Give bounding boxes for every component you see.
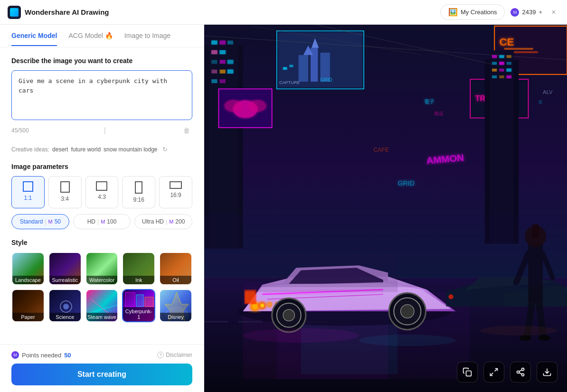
style-section-label: Style bbox=[11, 239, 192, 246]
tabs-bar: Generic Model ACG Model 🔥 Image to Image bbox=[0, 25, 204, 47]
creative-ideas-label: Creative ideas: bbox=[11, 146, 49, 153]
style-steamwave-label: Steam wave bbox=[86, 313, 118, 321]
app-logo-inner bbox=[10, 8, 19, 17]
titlebar-left: Wondershare AI Drawing bbox=[8, 6, 109, 19]
svg-point-119 bbox=[480, 326, 558, 336]
points-display: M 2439 + bbox=[510, 8, 542, 17]
svg-point-28 bbox=[225, 100, 242, 112]
svg-point-117 bbox=[243, 328, 359, 343]
svg-rect-59 bbox=[499, 75, 504, 78]
style-cyberpunk-label: Cyberpunk-1 bbox=[123, 307, 154, 321]
quality-standard[interactable]: Standard | M 50 bbox=[11, 214, 69, 229]
svg-rect-70 bbox=[238, 321, 262, 322]
svg-rect-19 bbox=[227, 60, 233, 64]
quality-hd[interactable]: HD | M 100 bbox=[73, 214, 131, 229]
svg-rect-18 bbox=[220, 60, 226, 64]
tab-acg-model[interactable]: ACG Model 🔥 bbox=[68, 26, 113, 46]
style-steamwave[interactable]: Steam wave bbox=[85, 289, 119, 322]
content-area: Describe the image you want to create Gi… bbox=[0, 47, 204, 344]
idea-chip-snow[interactable]: snow mountain lodge bbox=[104, 146, 157, 153]
svg-rect-4 bbox=[125, 292, 135, 307]
svg-rect-22 bbox=[227, 70, 233, 74]
svg-text:GRID: GRID bbox=[320, 77, 332, 83]
add-points-button[interactable]: + bbox=[539, 9, 542, 16]
svg-point-93 bbox=[283, 309, 294, 321]
quality-m-icon-standard: M bbox=[48, 219, 52, 224]
svg-text:商店: 商店 bbox=[434, 111, 444, 116]
left-panel: Generic Model ACG Model 🔥 Image to Image… bbox=[0, 25, 204, 392]
prompt-textarea[interactable]: Give me a scene in a cyberpunk city with… bbox=[11, 70, 192, 120]
svg-rect-56 bbox=[499, 69, 504, 72]
svg-text:CAFE: CAFE bbox=[374, 147, 389, 153]
idea-chip-desert[interactable]: desert bbox=[52, 146, 68, 153]
svg-line-121 bbox=[495, 369, 498, 372]
svg-text:電子: 電子 bbox=[424, 99, 435, 104]
svg-point-124 bbox=[517, 371, 520, 373]
titlebar-right: 🖼️ My Creations M 2439 + × bbox=[440, 4, 559, 20]
style-cyberpunk[interactable]: Cyberpunk-1 bbox=[122, 289, 155, 322]
style-watercolor[interactable]: Watercolor bbox=[85, 252, 119, 285]
svg-point-125 bbox=[522, 373, 524, 376]
tab-image-to-image[interactable]: Image to Image bbox=[124, 26, 170, 46]
style-science[interactable]: Science bbox=[48, 289, 82, 322]
idea-chip-future-world[interactable]: future world bbox=[71, 146, 101, 153]
share-button[interactable] bbox=[510, 362, 531, 383]
svg-rect-58 bbox=[492, 75, 497, 78]
app-title: Wondershare AI Drawing bbox=[25, 8, 109, 16]
textarea-footer: 45/500 | 🗑 bbox=[11, 125, 192, 136]
prompt-section-label: Describe the image you want to create bbox=[11, 57, 192, 65]
svg-rect-87 bbox=[246, 291, 255, 303]
my-creations-button[interactable]: 🖼️ My Creations bbox=[440, 4, 505, 20]
style-oil[interactable]: Oil bbox=[159, 252, 192, 285]
download-button[interactable] bbox=[537, 362, 558, 383]
quality-ultrahd[interactable]: Ultra HD | M 200 bbox=[134, 214, 192, 229]
quality-divider: | bbox=[45, 218, 46, 225]
svg-rect-20 bbox=[211, 70, 217, 74]
svg-text:CE: CE bbox=[499, 36, 514, 48]
style-surrealistic-label: Surrealistic bbox=[49, 276, 81, 284]
image-params-section: Image parameters 1:1 3:4 4:3 bbox=[11, 163, 192, 229]
prompt-section: Describe the image you want to create Gi… bbox=[11, 57, 192, 136]
svg-line-126 bbox=[519, 373, 522, 374]
style-science-label: Science bbox=[49, 313, 81, 321]
svg-rect-38 bbox=[289, 65, 293, 67]
svg-point-97 bbox=[448, 294, 453, 299]
style-ink-label: Ink bbox=[123, 276, 154, 284]
expand-button[interactable] bbox=[483, 362, 504, 383]
style-disney[interactable]: Disney bbox=[159, 289, 192, 322]
clear-button[interactable]: 🗑 bbox=[181, 125, 192, 136]
ratio-4-3[interactable]: 4:3 bbox=[85, 176, 119, 208]
style-paper-label: Paper bbox=[12, 313, 44, 321]
svg-line-127 bbox=[519, 370, 522, 371]
right-panel: GRID CAPTURE CE TRUCS bbox=[204, 25, 567, 392]
svg-rect-55 bbox=[492, 69, 497, 72]
svg-rect-23 bbox=[211, 79, 217, 83]
style-ink[interactable]: Ink bbox=[122, 252, 155, 285]
main-content: Generic Model ACG Model 🔥 Image to Image… bbox=[0, 25, 567, 392]
style-paper[interactable]: Paper bbox=[11, 289, 45, 322]
style-watercolor-label: Watercolor bbox=[86, 276, 118, 284]
ratio-9-16[interactable]: 9:16 bbox=[122, 176, 155, 208]
disclaimer-link[interactable]: ? Disclaimer bbox=[157, 352, 192, 358]
ratio-3-4-icon bbox=[60, 181, 70, 193]
close-button[interactable]: × bbox=[548, 7, 559, 18]
image-actions bbox=[457, 362, 558, 383]
ratio-16-9[interactable]: 16:9 bbox=[159, 176, 192, 208]
ratio-3-4[interactable]: 3:4 bbox=[48, 176, 82, 208]
style-section: Style Landscape Surrealistic Watercolor bbox=[11, 239, 192, 322]
style-landscape[interactable]: Landscape bbox=[11, 252, 45, 285]
tab-generic-model[interactable]: Generic Model bbox=[11, 26, 57, 46]
copy-button[interactable] bbox=[457, 362, 478, 383]
svg-point-123 bbox=[522, 368, 524, 371]
params-section-label: Image parameters bbox=[11, 163, 192, 170]
style-landscape-label: Landscape bbox=[12, 276, 44, 284]
points-count: 2439 bbox=[522, 9, 536, 16]
svg-rect-16 bbox=[220, 50, 226, 54]
cyberpunk-scene: GRID CAPTURE CE TRUCS bbox=[204, 25, 567, 392]
svg-rect-51 bbox=[507, 55, 511, 58]
refresh-ideas-icon[interactable]: ↻ bbox=[162, 146, 170, 153]
style-surrealistic[interactable]: Surrealistic bbox=[48, 252, 82, 285]
svg-rect-69 bbox=[204, 321, 228, 322]
ratio-1-1[interactable]: 1:1 bbox=[11, 176, 45, 208]
start-creating-button[interactable]: Start creating bbox=[11, 364, 192, 385]
